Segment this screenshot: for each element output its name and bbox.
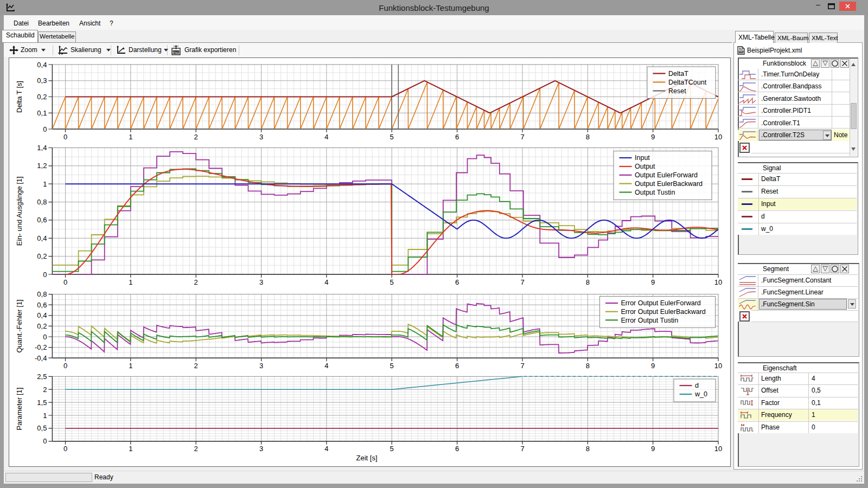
svg-text:0,8: 0,8	[37, 198, 47, 206]
svg-text:3: 3	[259, 362, 263, 370]
svg-text:5: 5	[390, 278, 394, 286]
svg-text:2: 2	[194, 445, 198, 453]
svg-text:7: 7	[520, 445, 524, 453]
svg-text:8: 8	[586, 362, 590, 370]
svg-text:8: 8	[586, 278, 590, 286]
svg-text:0: 0	[63, 278, 67, 286]
svg-text:Output Tustin: Output Tustin	[635, 189, 675, 196]
svg-text:2: 2	[194, 133, 198, 141]
svg-text:w_0: w_0	[694, 390, 707, 398]
svg-text:Input: Input	[635, 154, 650, 162]
svg-text:2,5: 2,5	[37, 373, 47, 381]
svg-text:0,8: 0,8	[37, 290, 47, 298]
svg-text:Delta T [s]: Delta T [s]	[15, 81, 23, 113]
svg-text:1: 1	[43, 412, 47, 420]
svg-text:Ein- und Ausgänge [1]: Ein- und Ausgänge [1]	[15, 176, 23, 246]
svg-text:0,4: 0,4	[37, 61, 47, 69]
svg-text:7: 7	[520, 278, 524, 286]
svg-text:Output EulerForward: Output EulerForward	[635, 171, 698, 179]
svg-text:10: 10	[714, 445, 722, 453]
svg-text:6: 6	[455, 445, 459, 453]
svg-text:2: 2	[43, 386, 47, 394]
svg-text:Error Output EulerBackward: Error Output EulerBackward	[621, 308, 706, 316]
svg-text:0,2: 0,2	[37, 93, 47, 101]
svg-text:1: 1	[129, 278, 132, 286]
svg-text:9: 9	[651, 362, 655, 370]
svg-text:1: 1	[129, 362, 132, 370]
svg-text:10: 10	[714, 362, 722, 370]
svg-text:Error Output EulerForward: Error Output EulerForward	[621, 299, 701, 307]
svg-text:4: 4	[324, 362, 328, 370]
svg-text:3: 3	[259, 278, 263, 286]
svg-text:2: 2	[194, 278, 198, 286]
svg-text:Output: Output	[635, 163, 655, 170]
svg-text:d: d	[695, 382, 699, 389]
svg-text:10: 10	[714, 133, 722, 141]
svg-text:4: 4	[324, 278, 328, 286]
svg-text:5: 5	[390, 445, 394, 453]
svg-text:0,4: 0,4	[37, 311, 47, 319]
svg-text:0: 0	[63, 445, 67, 453]
svg-text:0: 0	[43, 125, 47, 133]
svg-text:1: 1	[43, 180, 47, 188]
svg-text:1: 1	[129, 133, 132, 141]
svg-text:Reset: Reset	[668, 87, 686, 95]
svg-text:7: 7	[520, 362, 524, 370]
svg-text:-0,2: -0,2	[35, 343, 47, 351]
svg-text:Zeit [s]: Zeit [s]	[356, 454, 377, 462]
svg-text:DeltaT: DeltaT	[668, 70, 688, 78]
svg-text:1,5: 1,5	[37, 399, 47, 407]
svg-text:1,2: 1,2	[37, 162, 47, 170]
svg-text:1,4: 1,4	[37, 144, 47, 152]
svg-text:8: 8	[586, 445, 590, 453]
svg-text:3: 3	[259, 133, 263, 141]
svg-text:0,6: 0,6	[37, 216, 47, 224]
svg-text:1: 1	[129, 445, 132, 453]
svg-text:0: 0	[43, 437, 47, 445]
svg-text:-0,4: -0,4	[35, 354, 47, 362]
svg-text:9: 9	[651, 278, 655, 286]
svg-text:3: 3	[259, 445, 263, 453]
svg-text:8: 8	[586, 133, 590, 141]
svg-text:6: 6	[455, 133, 459, 141]
svg-text:0,2: 0,2	[37, 322, 47, 330]
svg-text:Output EulerBackward: Output EulerBackward	[635, 180, 703, 188]
svg-text:4: 4	[324, 133, 328, 141]
svg-text:9: 9	[651, 133, 655, 141]
svg-text:Quant.-Fehler [1]: Quant.-Fehler [1]	[15, 299, 23, 352]
svg-text:6: 6	[455, 278, 459, 286]
svg-text:0,5: 0,5	[37, 424, 47, 432]
svg-text:0: 0	[43, 333, 47, 341]
svg-text:Error Output Tustin: Error Output Tustin	[621, 317, 679, 324]
svg-text:0: 0	[43, 271, 47, 279]
svg-text:0,3: 0,3	[37, 76, 47, 85]
svg-text:10: 10	[714, 278, 722, 286]
svg-text:6: 6	[455, 362, 459, 370]
svg-text:4: 4	[324, 445, 328, 453]
svg-text:0: 0	[63, 133, 67, 141]
svg-text:0,6: 0,6	[37, 301, 47, 309]
svg-text:7: 7	[520, 133, 524, 141]
svg-text:0,2: 0,2	[37, 252, 47, 260]
svg-text:9: 9	[651, 445, 655, 453]
svg-text:0: 0	[63, 362, 67, 370]
svg-text:0,4: 0,4	[37, 234, 47, 242]
svg-text:DeltaTCount: DeltaTCount	[668, 79, 707, 86]
svg-text:5: 5	[390, 362, 394, 370]
svg-text:Parameter [1]: Parameter [1]	[15, 388, 23, 431]
svg-text:2: 2	[194, 362, 198, 370]
svg-text:0,1: 0,1	[37, 109, 47, 117]
svg-text:5: 5	[390, 133, 394, 141]
